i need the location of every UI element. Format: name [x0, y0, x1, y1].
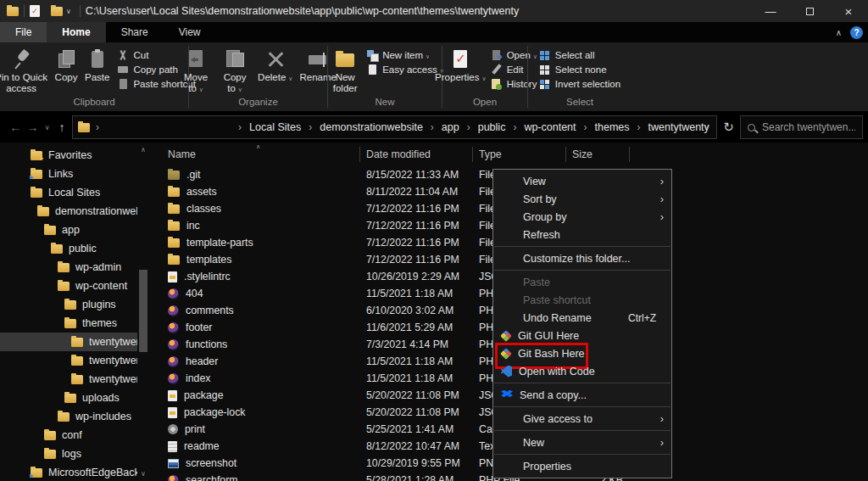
sidebar-item[interactable]: wp-content [0, 277, 137, 295]
ribbon-group-open: Properties Open Edit History Open [442, 42, 527, 111]
sidebar-item[interactable]: themes [0, 314, 137, 333]
search-input[interactable] [762, 121, 855, 133]
context-menu-item[interactable]: Open with Code › [493, 362, 671, 380]
sidebar-item[interactable]: twentytwen [0, 333, 137, 351]
context-menu-item[interactable]: Undo Rename Ctrl+Z › [493, 309, 671, 327]
context-menu-item[interactable]: Properties › [493, 457, 671, 475]
paste-shortcut-icon [117, 78, 129, 90]
minimize-button[interactable]: — [751, 0, 790, 22]
context-menu-item[interactable]: New › [493, 433, 671, 451]
forward-button[interactable]: → [25, 120, 39, 134]
breadcrumb-item[interactable]: demonstrationwebsite [318, 121, 425, 133]
paste-button[interactable]: Paste [82, 46, 112, 85]
breadcrumb-chevron-icon[interactable]: › [637, 121, 641, 133]
select-none-button[interactable]: Select none [539, 64, 620, 76]
back-button[interactable]: ← [8, 120, 22, 134]
context-menu-item[interactable]: View › [493, 172, 671, 190]
pin-to-quick-access-button[interactable]: Pin to Quick access [0, 46, 50, 96]
breadcrumb-item[interactable]: app [440, 121, 461, 133]
file-explorer-window: ✓ ∨ C:\Users\user\Local Sites\demonstrat… [0, 0, 868, 481]
context-menu-item[interactable]: Customize this folder... › [493, 249, 671, 267]
cut-icon [117, 49, 129, 61]
breadcrumb-chevron-icon[interactable]: › [431, 121, 434, 133]
tab-home[interactable]: Home [47, 22, 105, 42]
recent-locations-dropdown-icon[interactable]: ∨ [43, 124, 52, 131]
new-folder-button[interactable]: New folder [326, 46, 364, 96]
column-header-type[interactable]: Type [473, 147, 566, 162]
sidebar-item[interactable]: twentytwen [0, 351, 137, 370]
address-bar[interactable]: › ›Local Sites›demonstrationwebsite›app›… [72, 115, 717, 139]
search-icon [748, 124, 755, 131]
ribbon-group-label: Clipboard [0, 97, 188, 111]
context-menu-item[interactable]: Refresh › [493, 226, 671, 243]
sidebar-item[interactable]: plugins [0, 295, 137, 314]
tab-file[interactable]: File [0, 22, 47, 42]
quick-access-toolbar-dropdown-icon[interactable]: ∨ [66, 8, 71, 15]
search-box[interactable] [740, 115, 863, 139]
column-header-date-modified[interactable]: Date modified [360, 147, 473, 162]
easy-access-icon [366, 64, 378, 76]
breadcrumb-item[interactable]: themes [593, 121, 632, 133]
scroll-down-icon[interactable]: ∨ [137, 470, 149, 478]
breadcrumb-chevron-icon[interactable]: › [309, 121, 312, 133]
quick-access-properties-icon[interactable]: ✓ [30, 5, 40, 17]
copy-button[interactable]: Copy [52, 46, 81, 85]
refresh-icon[interactable]: ↻ [721, 120, 737, 135]
up-button[interactable]: ↑ [55, 120, 69, 134]
select-none-icon [539, 64, 551, 76]
context-menu-item[interactable]: Git GUI Here › [493, 327, 671, 344]
sidebar-item[interactable]: Favorites [0, 146, 137, 165]
sidebar-item[interactable]: demonstrationwebs [0, 202, 137, 221]
sidebar-item[interactable]: logs [0, 445, 137, 463]
quick-access-newfolder-icon[interactable] [51, 7, 63, 16]
context-menu-item[interactable]: Group by › [493, 208, 671, 226]
delete-button[interactable]: Delete [255, 46, 295, 85]
sidebar-item[interactable]: MicrosoftEdgeBacku [0, 463, 137, 481]
sidebar-item[interactable]: wp-admin [0, 258, 137, 277]
select-all-button[interactable]: Select all [539, 49, 620, 61]
sidebar-item[interactable]: wp-includes [0, 407, 137, 426]
address-dropdown-icon[interactable]: ∨ [704, 123, 709, 131]
ribbon-tab-row: File Home Share View ∧ ? [0, 22, 868, 42]
maximize-button[interactable] [790, 0, 829, 22]
sidebar-item[interactable]: conf [0, 426, 137, 445]
sidebar-item[interactable]: app [0, 221, 137, 239]
sidebar-item[interactable]: Local Sites [0, 183, 137, 202]
breadcrumb-item[interactable]: twentytwenty [647, 121, 711, 133]
collapse-ribbon-icon[interactable]: ∧ [836, 28, 842, 37]
sidebar-item[interactable]: uploads [0, 389, 137, 407]
breadcrumb-chevron-icon[interactable]: › [513, 121, 516, 133]
tab-view[interactable]: View [164, 22, 216, 42]
breadcrumb-chevron-icon[interactable]: › [584, 121, 587, 133]
sidebar-item[interactable]: Links [0, 165, 137, 183]
context-menu-item[interactable]: Sort by › [493, 190, 671, 208]
sidebar-scrollbar[interactable]: ∧ ∨ [137, 143, 149, 481]
sidebar-scrollbar-thumb[interactable] [139, 270, 147, 352]
breadcrumb-item[interactable]: wp-content [522, 121, 577, 133]
folder-icon [44, 226, 56, 235]
context-menu-item[interactable]: Paste › [493, 273, 671, 291]
tab-share[interactable]: Share [106, 22, 164, 42]
breadcrumb-chevron-icon[interactable]: › [96, 121, 99, 133]
breadcrumb-chevron-icon[interactable]: › [467, 121, 470, 133]
context-menu-item[interactable]: Send a copy... › [493, 386, 671, 404]
copy-to-button[interactable]: Copy to [216, 46, 253, 96]
column-header-size[interactable]: Size [566, 147, 630, 162]
breadcrumb-item[interactable]: public [476, 121, 508, 133]
move-to-button[interactable]: Move to [177, 46, 214, 96]
invert-selection-button[interactable]: Invert selection [539, 78, 620, 90]
breadcrumb: ›Local Sites›demonstrationwebsite›app›pu… [232, 121, 711, 133]
close-button[interactable]: × [829, 0, 868, 22]
properties-button[interactable]: Properties [432, 46, 489, 85]
scroll-up-icon[interactable]: ∧ [137, 146, 149, 154]
context-menu-item[interactable]: Give access to › [493, 410, 671, 428]
breadcrumb-chevron-icon[interactable]: › [238, 121, 242, 133]
help-icon[interactable]: ? [850, 26, 863, 39]
breadcrumb-item[interactable]: Local Sites [248, 121, 303, 133]
vscode-icon [501, 366, 512, 378]
sidebar-item[interactable]: twentytwen [0, 370, 137, 389]
context-menu-item[interactable]: Git Bash Here › [493, 344, 671, 362]
sidebar-item[interactable]: public [0, 239, 137, 258]
quick-access-folder-icon[interactable] [7, 7, 19, 16]
context-menu-item[interactable]: Paste shortcut › [493, 291, 671, 309]
